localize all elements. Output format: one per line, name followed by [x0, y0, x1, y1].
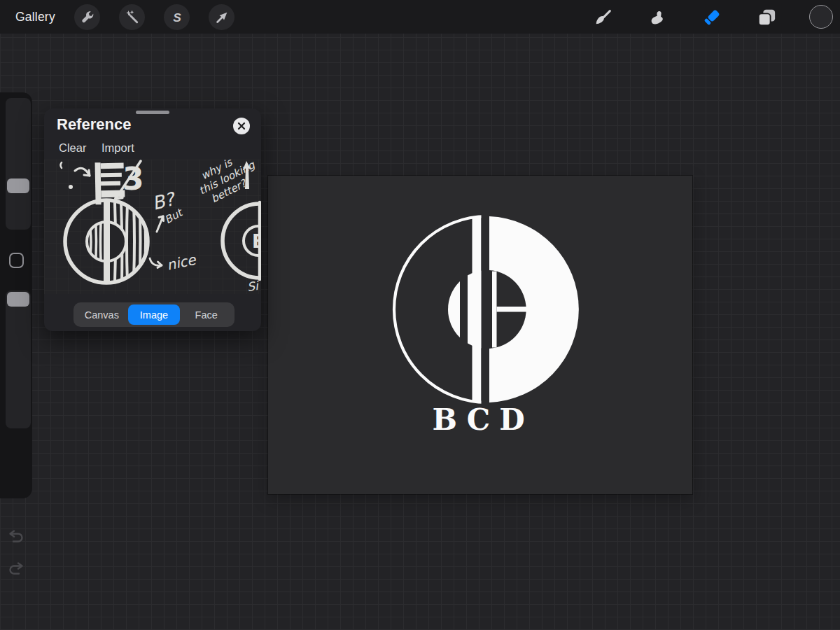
sketch-artwork: 3 [44, 160, 261, 294]
layers-icon [757, 8, 776, 27]
smudge-tool-button[interactable] [645, 5, 671, 30]
reference-mode-tabs: Canvas Image Face [74, 302, 234, 327]
svg-text:3: 3 [122, 161, 144, 197]
gallery-button[interactable]: Gallery [15, 0, 55, 34]
undo-icon [6, 527, 26, 545]
tab-image[interactable]: Image [128, 304, 181, 325]
top-toolbar: Gallery S [0, 0, 840, 34]
panel-drag-handle[interactable] [136, 111, 169, 114]
magic-wand-icon [125, 10, 140, 25]
brush-opacity-handle[interactable] [7, 292, 29, 307]
brush-size-handle[interactable] [7, 178, 29, 193]
drawing-canvas[interactable]: BCD [268, 176, 692, 494]
modify-button[interactable] [9, 253, 24, 268]
gallery-label: Gallery [15, 10, 55, 24]
adjustments-button[interactable] [119, 4, 145, 30]
eraser-tool-button[interactable] [699, 5, 724, 30]
transform-arrow-icon [214, 10, 230, 25]
procreate-window: Gallery S [0, 0, 840, 630]
layers-button[interactable] [754, 5, 779, 30]
transform-button[interactable] [209, 4, 234, 30]
import-button[interactable]: Import [102, 141, 134, 155]
logo-wordmark: BCD [432, 402, 533, 437]
brush-sidebar [0, 92, 32, 498]
close-icon [233, 118, 250, 134]
reference-panel: Reference Clear Import [44, 108, 261, 331]
wrench-icon [80, 10, 95, 25]
tab-face[interactable]: Face [180, 304, 232, 325]
reference-image[interactable]: 3 [44, 160, 261, 294]
brush-size-slider[interactable] [6, 98, 31, 230]
eraser-icon-active [702, 8, 722, 27]
redo-button[interactable] [6, 559, 26, 578]
color-swatch-button[interactable] [809, 5, 833, 29]
tab-canvas[interactable]: Canvas [76, 304, 128, 325]
paintbrush-icon [594, 8, 612, 27]
reference-close-button[interactable] [233, 118, 250, 134]
actions-button[interactable] [74, 4, 100, 30]
brush-tool-button[interactable] [591, 5, 616, 30]
reference-title: Reference [57, 115, 131, 134]
bcd-logo-artwork: BCD [382, 204, 592, 439]
clear-button[interactable]: Clear [59, 141, 86, 155]
brush-opacity-slider[interactable] [6, 290, 31, 428]
selection-button[interactable]: S [164, 4, 190, 30]
svg-text:S: S [173, 10, 181, 24]
redo-icon [6, 559, 26, 578]
selection-s-icon: S [169, 10, 185, 25]
smudge-finger-icon [649, 8, 667, 27]
undo-button[interactable] [6, 527, 26, 545]
